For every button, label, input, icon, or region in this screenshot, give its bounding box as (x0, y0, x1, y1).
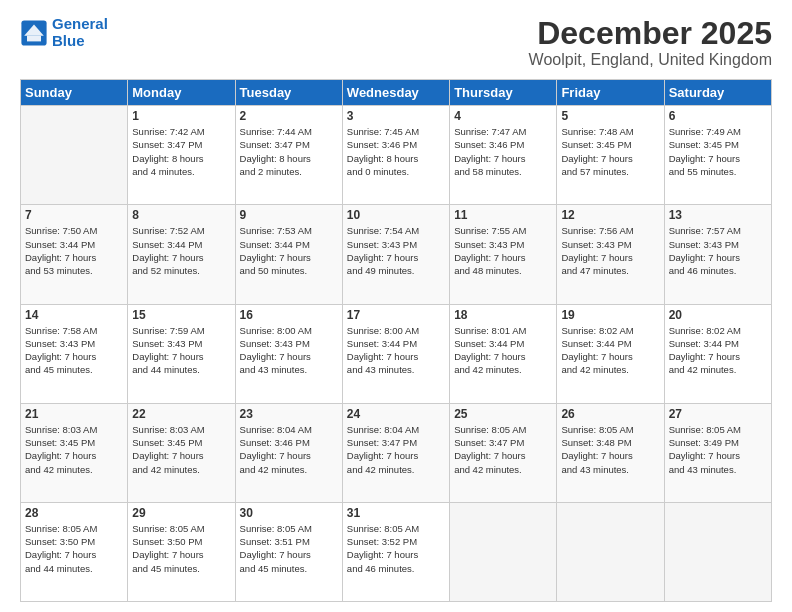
day-number: 20 (669, 308, 767, 322)
calendar-cell: 12Sunrise: 7:56 AMSunset: 3:43 PMDayligh… (557, 205, 664, 304)
calendar-cell: 23Sunrise: 8:04 AMSunset: 3:46 PMDayligh… (235, 403, 342, 502)
day-number: 7 (25, 208, 123, 222)
calendar-cell: 4Sunrise: 7:47 AMSunset: 3:46 PMDaylight… (450, 106, 557, 205)
calendar-cell: 1Sunrise: 7:42 AMSunset: 3:47 PMDaylight… (128, 106, 235, 205)
day-number: 23 (240, 407, 338, 421)
day-info: Sunrise: 7:58 AMSunset: 3:43 PMDaylight:… (25, 324, 123, 377)
calendar-cell (450, 502, 557, 601)
calendar-cell: 9Sunrise: 7:53 AMSunset: 3:44 PMDaylight… (235, 205, 342, 304)
day-number: 3 (347, 109, 445, 123)
day-number: 24 (347, 407, 445, 421)
calendar-cell: 8Sunrise: 7:52 AMSunset: 3:44 PMDaylight… (128, 205, 235, 304)
day-number: 13 (669, 208, 767, 222)
day-info: Sunrise: 7:48 AMSunset: 3:45 PMDaylight:… (561, 125, 659, 178)
day-info: Sunrise: 8:03 AMSunset: 3:45 PMDaylight:… (132, 423, 230, 476)
day-number: 25 (454, 407, 552, 421)
calendar-day-header: Monday (128, 80, 235, 106)
day-info: Sunrise: 8:05 AMSunset: 3:49 PMDaylight:… (669, 423, 767, 476)
calendar-cell: 10Sunrise: 7:54 AMSunset: 3:43 PMDayligh… (342, 205, 449, 304)
day-info: Sunrise: 8:05 AMSunset: 3:48 PMDaylight:… (561, 423, 659, 476)
calendar-cell: 25Sunrise: 8:05 AMSunset: 3:47 PMDayligh… (450, 403, 557, 502)
day-number: 11 (454, 208, 552, 222)
day-number: 22 (132, 407, 230, 421)
calendar-cell: 31Sunrise: 8:05 AMSunset: 3:52 PMDayligh… (342, 502, 449, 601)
calendar-cell: 11Sunrise: 7:55 AMSunset: 3:43 PMDayligh… (450, 205, 557, 304)
page: General Blue December 2025 Woolpit, Engl… (0, 0, 792, 612)
title-block: December 2025 Woolpit, England, United K… (529, 16, 772, 69)
header: General Blue December 2025 Woolpit, Engl… (20, 16, 772, 69)
day-number: 19 (561, 308, 659, 322)
calendar-cell: 18Sunrise: 8:01 AMSunset: 3:44 PMDayligh… (450, 304, 557, 403)
day-number: 26 (561, 407, 659, 421)
calendar-week-row: 14Sunrise: 7:58 AMSunset: 3:43 PMDayligh… (21, 304, 772, 403)
day-number: 6 (669, 109, 767, 123)
day-info: Sunrise: 7:44 AMSunset: 3:47 PMDaylight:… (240, 125, 338, 178)
day-info: Sunrise: 8:05 AMSunset: 3:50 PMDaylight:… (25, 522, 123, 575)
day-info: Sunrise: 8:00 AMSunset: 3:44 PMDaylight:… (347, 324, 445, 377)
day-info: Sunrise: 7:47 AMSunset: 3:46 PMDaylight:… (454, 125, 552, 178)
day-number: 29 (132, 506, 230, 520)
calendar-header-row: SundayMondayTuesdayWednesdayThursdayFrid… (21, 80, 772, 106)
day-info: Sunrise: 8:02 AMSunset: 3:44 PMDaylight:… (669, 324, 767, 377)
calendar-cell: 24Sunrise: 8:04 AMSunset: 3:47 PMDayligh… (342, 403, 449, 502)
day-info: Sunrise: 8:01 AMSunset: 3:44 PMDaylight:… (454, 324, 552, 377)
day-info: Sunrise: 7:56 AMSunset: 3:43 PMDaylight:… (561, 224, 659, 277)
day-info: Sunrise: 7:45 AMSunset: 3:46 PMDaylight:… (347, 125, 445, 178)
calendar-cell: 26Sunrise: 8:05 AMSunset: 3:48 PMDayligh… (557, 403, 664, 502)
day-number: 30 (240, 506, 338, 520)
day-number: 1 (132, 109, 230, 123)
day-info: Sunrise: 7:59 AMSunset: 3:43 PMDaylight:… (132, 324, 230, 377)
day-info: Sunrise: 8:05 AMSunset: 3:50 PMDaylight:… (132, 522, 230, 575)
day-info: Sunrise: 7:52 AMSunset: 3:44 PMDaylight:… (132, 224, 230, 277)
day-number: 31 (347, 506, 445, 520)
calendar-cell: 22Sunrise: 8:03 AMSunset: 3:45 PMDayligh… (128, 403, 235, 502)
calendar-cell: 17Sunrise: 8:00 AMSunset: 3:44 PMDayligh… (342, 304, 449, 403)
day-number: 9 (240, 208, 338, 222)
calendar-cell: 27Sunrise: 8:05 AMSunset: 3:49 PMDayligh… (664, 403, 771, 502)
day-number: 17 (347, 308, 445, 322)
day-info: Sunrise: 7:49 AMSunset: 3:45 PMDaylight:… (669, 125, 767, 178)
calendar-cell: 30Sunrise: 8:05 AMSunset: 3:51 PMDayligh… (235, 502, 342, 601)
calendar-cell: 28Sunrise: 8:05 AMSunset: 3:50 PMDayligh… (21, 502, 128, 601)
calendar-day-header: Friday (557, 80, 664, 106)
calendar-cell (664, 502, 771, 601)
calendar-day-header: Sunday (21, 80, 128, 106)
day-number: 28 (25, 506, 123, 520)
calendar-week-row: 21Sunrise: 8:03 AMSunset: 3:45 PMDayligh… (21, 403, 772, 502)
day-number: 4 (454, 109, 552, 123)
day-info: Sunrise: 8:04 AMSunset: 3:46 PMDaylight:… (240, 423, 338, 476)
day-number: 10 (347, 208, 445, 222)
day-info: Sunrise: 7:50 AMSunset: 3:44 PMDaylight:… (25, 224, 123, 277)
logo-text: General Blue (52, 16, 108, 49)
day-number: 14 (25, 308, 123, 322)
day-number: 18 (454, 308, 552, 322)
day-number: 21 (25, 407, 123, 421)
calendar-cell: 21Sunrise: 8:03 AMSunset: 3:45 PMDayligh… (21, 403, 128, 502)
calendar-week-row: 1Sunrise: 7:42 AMSunset: 3:47 PMDaylight… (21, 106, 772, 205)
day-info: Sunrise: 7:42 AMSunset: 3:47 PMDaylight:… (132, 125, 230, 178)
calendar-cell: 19Sunrise: 8:02 AMSunset: 3:44 PMDayligh… (557, 304, 664, 403)
calendar-day-header: Saturday (664, 80, 771, 106)
calendar-cell: 16Sunrise: 8:00 AMSunset: 3:43 PMDayligh… (235, 304, 342, 403)
calendar-week-row: 7Sunrise: 7:50 AMSunset: 3:44 PMDaylight… (21, 205, 772, 304)
calendar-cell: 6Sunrise: 7:49 AMSunset: 3:45 PMDaylight… (664, 106, 771, 205)
day-info: Sunrise: 7:57 AMSunset: 3:43 PMDaylight:… (669, 224, 767, 277)
calendar-cell (557, 502, 664, 601)
calendar-day-header: Tuesday (235, 80, 342, 106)
day-info: Sunrise: 8:05 AMSunset: 3:47 PMDaylight:… (454, 423, 552, 476)
day-number: 16 (240, 308, 338, 322)
day-number: 5 (561, 109, 659, 123)
day-number: 12 (561, 208, 659, 222)
day-info: Sunrise: 8:05 AMSunset: 3:51 PMDaylight:… (240, 522, 338, 575)
calendar-cell: 2Sunrise: 7:44 AMSunset: 3:47 PMDaylight… (235, 106, 342, 205)
day-info: Sunrise: 8:00 AMSunset: 3:43 PMDaylight:… (240, 324, 338, 377)
day-info: Sunrise: 8:03 AMSunset: 3:45 PMDaylight:… (25, 423, 123, 476)
day-info: Sunrise: 8:04 AMSunset: 3:47 PMDaylight:… (347, 423, 445, 476)
logo: General Blue (20, 16, 108, 49)
calendar-cell: 15Sunrise: 7:59 AMSunset: 3:43 PMDayligh… (128, 304, 235, 403)
calendar-cell: 13Sunrise: 7:57 AMSunset: 3:43 PMDayligh… (664, 205, 771, 304)
day-number: 27 (669, 407, 767, 421)
calendar-table: SundayMondayTuesdayWednesdayThursdayFrid… (20, 79, 772, 602)
logo-icon (20, 19, 48, 47)
day-info: Sunrise: 8:02 AMSunset: 3:44 PMDaylight:… (561, 324, 659, 377)
